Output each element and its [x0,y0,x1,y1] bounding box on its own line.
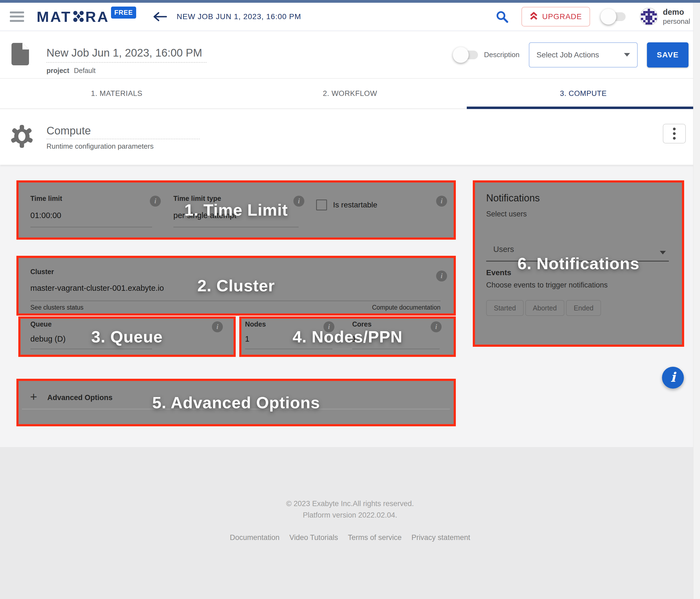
annotation-notifications: 6. Notifications [517,254,639,273]
header-toggle[interactable] [602,12,626,21]
time-limit-underline [30,227,152,227]
job-title[interactable]: New Job Jun 1, 2023, 16:00 PM [47,47,206,59]
logo-glyph-icon [72,10,85,25]
project-label: project [47,67,69,74]
search-icon[interactable] [496,10,508,23]
description-label: Description [484,51,520,59]
users-select[interactable]: Users [493,245,514,254]
page-title: NEW JOB JUN 1, 2023, 16:00 PM [177,12,301,21]
footer-copyright: © 2023 Exabyte Inc.All rights reserved. [0,499,700,508]
is-restartable-label: Is restartable [333,201,377,209]
description-toggle[interactable] [454,51,478,59]
queue-label: Queue [30,320,52,328]
page: MAT RA FREE NEW JOB JUN 1, [0,0,700,599]
footer-link-privacy[interactable]: Privacy statement [411,533,470,542]
time-limit-info-icon[interactable]: i [150,196,161,207]
events-label: Events [486,268,511,277]
is-restartable-checkbox[interactable] [316,200,327,210]
step-tabs: 1. MATERIALS 2. WORKFLOW 3. COMPUTE [0,79,700,109]
nodes-underline [245,349,332,349]
logo-text: MAT RA [36,8,109,25]
user-block: demo personal [663,7,690,26]
cores-underline [352,349,440,349]
advanced-options-label[interactable]: Advanced Options [47,393,112,402]
upgrade-button[interactable]: UPGRADE [521,7,590,27]
queue-info-icon[interactable]: i [212,321,223,332]
cluster-underline [30,301,441,301]
tab-compute[interactable]: 3. COMPUTE [467,79,700,108]
event-button-ended[interactable]: Ended [566,300,601,316]
job-actions-select[interactable]: Select Job Actions [529,42,638,68]
time-limit-type-underline [173,227,299,227]
compute-title-block: Compute Runtime configuration parameters [47,124,200,151]
job-project-row: project Default [47,67,206,75]
footer-links: Documentation Video Tutorials Terms of s… [0,533,700,542]
user-name: demo [663,7,690,17]
time-limit-type-info-icon[interactable]: i [293,196,304,207]
annotation-time-limit: 1. Time Limit [184,201,288,219]
expand-plus-icon[interactable]: + [30,391,37,403]
nodes-label: Nodes [245,320,266,328]
annotation-box-nodes-ppn: Nodes i 1 Cores i 1 4. Nodes/PPN [239,316,456,357]
help-info-button[interactable]: i [662,367,684,389]
chevron-down-icon [624,53,630,57]
job-title-underline [47,62,206,63]
save-button[interactable]: SAVE [647,42,689,68]
footer-zone [0,447,700,599]
compute-title-underline [47,138,200,139]
job-title-block: New Job Jun 1, 2023, 16:00 PM project De… [47,47,206,75]
scrollbar-track[interactable] [693,3,700,599]
footer-link-terms[interactable]: Terms of service [348,533,402,542]
gear-icon [10,124,33,150]
time-limit-label: Time limit [30,194,62,203]
compute-section-header: Compute Runtime configuration parameters [0,109,700,165]
annotation-box-cluster: Cluster i master-vagrant-cluster-001.exa… [17,256,456,316]
annotation-queue: 3. Queue [91,328,163,346]
app-header: MAT RA FREE NEW JOB JUN 1, [0,3,700,31]
hamburger-menu-icon[interactable] [10,11,24,22]
back-arrow-icon[interactable] [153,11,167,22]
event-buttons-row: Started Aborted Ended [486,300,601,316]
tab-workflow[interactable]: 2. WORKFLOW [233,79,467,108]
notifications-subtitle: Select users [486,210,527,218]
annotation-nodes-ppn: 4. Nodes/PPN [293,328,402,346]
compute-title: Compute [47,124,200,137]
avatar[interactable] [640,8,658,26]
is-restartable-info-icon[interactable]: i [436,196,447,207]
time-limit-input[interactable]: 01:00:00 [30,211,61,220]
footer-link-documentation[interactable]: Documentation [230,533,280,542]
clusters-status-link[interactable]: See clusters status [30,304,83,311]
compute-documentation-link[interactable]: Compute documentation [372,304,441,311]
footer-version: Platform version 2022.02.04. [0,511,700,519]
annotation-box-queue: Queue i debug (D) 3. Queue [18,316,236,357]
queue-underline [30,349,152,349]
cluster-info-icon[interactable]: i [436,270,447,282]
users-chevron-down-icon [660,251,666,254]
queue-select[interactable]: debug (D) [30,335,66,343]
event-button-aborted[interactable]: Aborted [525,300,565,316]
top-accent-strip [0,0,700,3]
cores-info-icon[interactable]: i [431,321,442,332]
footer-link-video-tutorials[interactable]: Video Tutorials [289,533,338,542]
annotation-advanced-options: 5. Advanced Options [152,393,320,412]
events-hint: Choose events to trigger notifications [486,281,607,289]
cluster-select[interactable]: master-vagrant-cluster-001.exabyte.io [30,284,164,293]
annotation-cluster: 2. Cluster [197,276,275,295]
annotation-box-notifications: Notifications Select users Users Events … [473,180,684,347]
cluster-label: Cluster [30,268,54,276]
active-tab-indicator [467,107,700,109]
project-value: Default [74,67,95,74]
job-header-bar: New Job Jun 1, 2023, 16:00 PM project De… [0,31,700,79]
compute-subtitle: Runtime configuration parameters [47,142,200,151]
free-badge: FREE [111,6,136,19]
notifications-title: Notifications [486,192,540,204]
user-account: personal [663,17,690,26]
event-button-started[interactable]: Started [486,300,524,316]
job-header-controls: Description Select Job Actions SAVE [454,31,689,78]
brand-logo[interactable]: MAT RA FREE [36,8,136,25]
tab-materials[interactable]: 1. MATERIALS [0,79,233,108]
double-chevron-up-icon [530,11,538,22]
document-icon [11,43,29,67]
nodes-input[interactable]: 1 [245,335,249,343]
kebab-menu-button[interactable] [663,124,686,144]
